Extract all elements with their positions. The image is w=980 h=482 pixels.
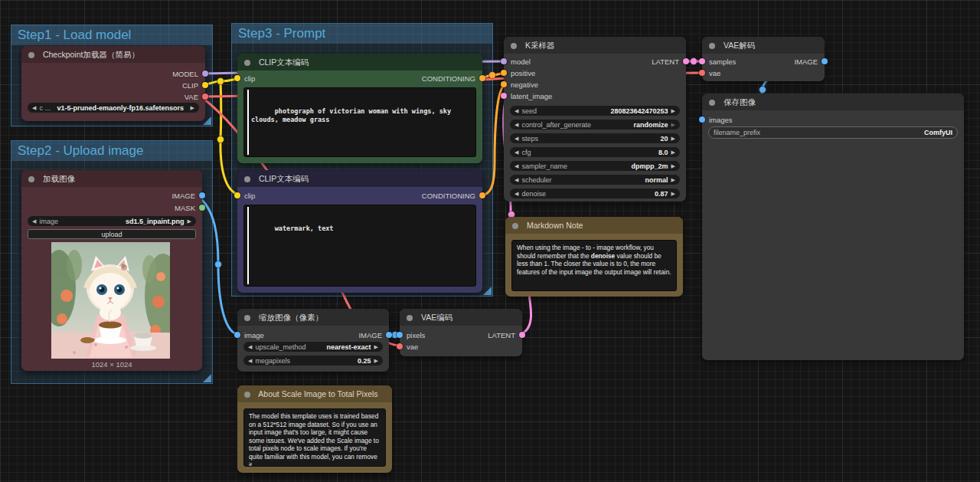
output-label-conditioning: CONDITIONING xyxy=(422,74,475,83)
node-collapse-dot[interactable] xyxy=(28,176,34,182)
combo-left-arrow-icon[interactable]: ◀ xyxy=(514,191,518,196)
positive-prompt-textarea[interactable]: photograph of victorian woman with wings… xyxy=(243,87,476,157)
combo-right-arrow-icon[interactable]: ▶ xyxy=(671,122,675,127)
combo-left-arrow-icon[interactable]: ◀ xyxy=(514,136,518,141)
node-title: K采样器 xyxy=(525,41,555,50)
output-label-latent: LATENT xyxy=(488,331,515,339)
input-port-pixels[interactable] xyxy=(397,332,403,338)
output-port-model[interactable] xyxy=(202,70,208,77)
denoise-widget[interactable]: ◀ denoise 0.87 ▶ xyxy=(510,189,680,198)
input-port-vae[interactable] xyxy=(397,343,403,349)
text-cursor xyxy=(247,207,249,284)
image-file-combo[interactable]: ◀ image sd1.5_inpaint.png ▶ xyxy=(28,216,196,226)
group-step3-header[interactable]: Step3 - Prompt xyxy=(232,24,492,44)
seed-widget[interactable]: ◀ seed 280823642470253 ▶ xyxy=(510,106,680,116)
node-collapse-dot[interactable] xyxy=(244,315,250,321)
combo-left-arrow-icon[interactable]: ◀ xyxy=(514,177,518,182)
combo-right-arrow-icon[interactable]: ▶ xyxy=(374,358,378,363)
output-port-latent[interactable] xyxy=(519,332,525,338)
combo-right-arrow-icon[interactable]: ▶ xyxy=(671,163,675,169)
combo-left-arrow-icon[interactable]: ◀ xyxy=(32,218,36,224)
node-editor-canvas[interactable]: Step1 - Load model Step2 - Upload image … xyxy=(0,0,980,482)
text-cursor xyxy=(247,90,249,155)
output-port-image[interactable] xyxy=(386,332,392,338)
input-port-model[interactable] xyxy=(501,58,507,64)
megapixels-widget[interactable]: ◀ megapixels 0.25 ▶ xyxy=(243,356,383,366)
node-collapse-dot[interactable] xyxy=(511,43,517,49)
negative-prompt-textarea[interactable]: watermark, text xyxy=(243,205,476,287)
node-collapse-dot[interactable] xyxy=(512,223,518,229)
combo-right-arrow-icon[interactable]: ▶ xyxy=(191,105,194,110)
node-title: VAE解码 xyxy=(724,41,755,50)
node-collapse-dot[interactable] xyxy=(244,392,250,398)
combo-right-arrow-icon[interactable]: ▶ xyxy=(671,191,675,196)
input-port-clip[interactable] xyxy=(234,192,240,198)
control-after-generate-widget[interactable]: ◀ control_after_generate randomize ▶ xyxy=(510,120,680,130)
node-collapse-dot[interactable] xyxy=(709,100,715,106)
node-collapse-dot[interactable] xyxy=(709,43,715,49)
combo-right-arrow-icon[interactable]: ▶ xyxy=(671,136,675,141)
scheduler-widget[interactable]: ◀ scheduler normal ▶ xyxy=(510,175,680,185)
node-about-note[interactable]: About Scale Image to Total Pixels The mo… xyxy=(237,385,392,473)
combo-right-arrow-icon[interactable]: ▶ xyxy=(188,218,191,224)
sampler-name-widget[interactable]: ◀ sampler_name dpmpp_2m ▶ xyxy=(510,161,680,171)
node-collapse-dot[interactable] xyxy=(407,315,413,321)
node-checkpoint-loader[interactable]: Checkpoint加载器（简易） MODEL CLIP VAE ◀ c ...… xyxy=(21,46,205,121)
input-port-samples[interactable] xyxy=(699,58,705,64)
input-label-clip: clip xyxy=(244,192,255,200)
combo-left-arrow-icon[interactable]: ◀ xyxy=(514,149,518,155)
filename-prefix-widget[interactable]: filename_prefix ComfyUI xyxy=(708,126,958,139)
node-save-image[interactable]: 保存图像 images filename_prefix ComfyUI xyxy=(702,93,964,360)
node-load-image[interactable]: 加载图像 IMAGE MASK ◀ image sd1.5_inpaint.pn… xyxy=(21,170,202,371)
node-collapse-dot[interactable] xyxy=(28,52,34,58)
group-step1-header[interactable]: Step1 - Load model xyxy=(11,25,212,45)
node-collapse-dot[interactable] xyxy=(244,176,250,182)
upload-button[interactable]: upload xyxy=(28,229,196,239)
input-port-clip[interactable] xyxy=(234,75,240,81)
input-port-images[interactable] xyxy=(699,116,705,123)
node-scale-image[interactable]: 缩放图像（像素） image IMAGE ◀ upscale_method ne… xyxy=(237,309,389,372)
input-port-vae[interactable] xyxy=(699,70,705,76)
output-port-image[interactable] xyxy=(822,58,828,64)
node-clip-encode-negative[interactable]: CLIP文本编码 clip CONDITIONING watermark, te… xyxy=(237,170,482,293)
input-port-positive[interactable] xyxy=(501,70,507,76)
upscale-method-widget[interactable]: ◀ upscale_method nearest-exact ▶ xyxy=(243,342,383,352)
combo-left-arrow-icon[interactable]: ◀ xyxy=(514,122,518,127)
node-ksampler[interactable]: K采样器 model positive negative latent_imag… xyxy=(504,37,686,202)
combo-left-arrow-icon[interactable]: ◀ xyxy=(514,163,518,169)
ckpt-name-combo[interactable]: ◀ c ... v1-5-pruned-emaonly-fp16.safeten… xyxy=(28,103,199,113)
combo-right-arrow-icon[interactable]: ▶ xyxy=(374,344,378,349)
node-collapse-dot[interactable] xyxy=(244,60,250,66)
reroute-dot xyxy=(215,261,222,268)
steps-widget[interactable]: ◀ steps 20 ▶ xyxy=(510,133,680,143)
node-clip-encode-positive[interactable]: CLIP文本编码 clip CONDITIONING photograph of… xyxy=(237,54,482,163)
combo-left-arrow-icon[interactable]: ◀ xyxy=(32,105,36,110)
combo-right-arrow-icon[interactable]: ▶ xyxy=(671,177,675,182)
node-title: About Scale Image to Total Pixels xyxy=(258,389,377,398)
combo-left-arrow-icon[interactable]: ◀ xyxy=(248,344,252,349)
combo-right-arrow-icon[interactable]: ▶ xyxy=(671,108,675,113)
node-vae-encode[interactable]: VAE编码 pixels vae LATENT xyxy=(400,309,522,356)
output-port-mask[interactable] xyxy=(199,205,205,211)
output-port-vae[interactable] xyxy=(202,93,208,100)
combo-left-arrow-icon[interactable]: ◀ xyxy=(248,358,252,363)
input-port-image[interactable] xyxy=(234,332,240,338)
output-port-conditioning[interactable] xyxy=(479,75,485,81)
node-vae-decode[interactable]: VAE解码 samples vae IMAGE xyxy=(702,37,825,81)
output-port-conditioning[interactable] xyxy=(479,192,485,198)
output-label-mask: MASK xyxy=(175,204,195,212)
group-resize-handle[interactable] xyxy=(483,287,492,295)
group-step2-header[interactable]: Step2 - Upload image xyxy=(11,141,212,161)
output-port-latent[interactable] xyxy=(683,58,689,64)
node-markdown-note[interactable]: Markdown Note When using the image - to … xyxy=(505,217,683,297)
output-port-clip[interactable] xyxy=(202,82,208,88)
input-port-negative[interactable] xyxy=(501,81,507,87)
combo-right-arrow-icon[interactable]: ▶ xyxy=(671,149,675,155)
output-port-image[interactable] xyxy=(199,192,205,198)
combo-value: sd1.5_inpaint.png xyxy=(126,218,185,225)
input-port-latent-image[interactable] xyxy=(501,93,507,99)
combo-left-arrow-icon[interactable]: ◀ xyxy=(514,108,518,113)
group-resize-handle[interactable] xyxy=(203,374,211,382)
group-step1-title: Step1 - Load model xyxy=(18,28,131,42)
cfg-widget[interactable]: ◀ cfg 8.0 ▶ xyxy=(510,147,680,157)
